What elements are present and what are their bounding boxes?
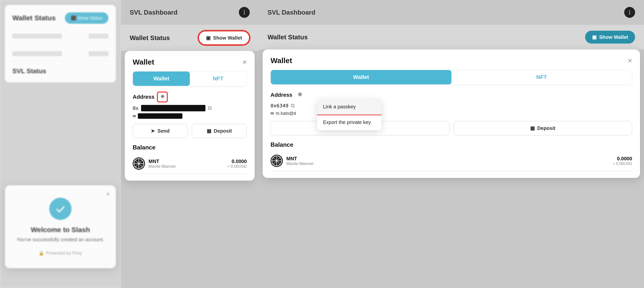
network-name-right: Mantle Mainnet — [286, 162, 313, 166]
tab-wallet-middle[interactable]: Wallet — [133, 72, 190, 86]
balance-amount-middle: 0.0000 — [227, 158, 247, 164]
wallet-tabs-right: Wallet NFT — [270, 70, 632, 84]
network-name-middle: Mantle Mainnet — [148, 164, 176, 169]
three-dots-menu-right[interactable] — [624, 7, 635, 18]
mnt-icon-right — [270, 155, 283, 167]
email-row-middle: ✉ — [133, 113, 247, 119]
privy-footer: 🔒 Protected by Privy — [15, 250, 106, 256]
address-prefix-middle: 0x — [133, 105, 138, 111]
balance-info-right: MNT Mantle Mainnet — [286, 156, 313, 166]
dashboard-header-middle: SVL Dashboard — [121, 0, 259, 25]
wallet-modal-close-middle[interactable]: × — [242, 58, 247, 66]
balance-usd-middle: = 0.00USD — [227, 164, 247, 169]
balance-title-right: Balance — [270, 141, 632, 148]
balance-item-middle: MNT Mantle Mainnet 0.0000 = 0.00USD — [133, 155, 247, 172]
send-button-middle[interactable]: ➤ Send — [133, 124, 188, 138]
svl-status-blur: SVL Status — [12, 67, 108, 75]
deposit-icon-right: ▦ — [530, 125, 535, 131]
token-name-right: MNT — [286, 156, 313, 162]
dropdown-item-link-passkey[interactable]: Link a passkey — [317, 99, 382, 114]
deposit-icon-middle: ▦ — [207, 128, 211, 134]
wallet-status-title-blur: Wallet Status — [12, 14, 56, 22]
balance-divider-right — [270, 171, 632, 172]
show-wallet-label-right: Show Wallet — [599, 34, 628, 40]
svg-point-9 — [629, 10, 630, 12]
middle-panel: SVL Dashboard Wallet Status ▣ Show Walle… — [121, 0, 259, 288]
send-label-middle: Send — [158, 128, 170, 134]
svg-point-11 — [629, 14, 630, 14]
email-redacted-middle — [138, 113, 182, 119]
link-passkey-label: Link a passkey — [323, 104, 356, 110]
svg-point-2 — [244, 14, 245, 14]
welcome-title: Welcome to Slash — [15, 226, 106, 234]
show-wallet-btn-blur: ⬛ Show Status — [65, 12, 108, 24]
left-panel: Wallet Status ⬛ Show Status SVL Status ×… — [0, 0, 121, 288]
wallet-status-bar-right: Wallet Status ▣ Show Wallet — [259, 25, 644, 50]
deposit-button-right[interactable]: ▦ Deposit — [454, 121, 632, 135]
email-icon-right: ✉ — [270, 111, 274, 116]
action-buttons-middle: ➤ Send ▦ Deposit — [133, 124, 247, 138]
welcome-modal: × Welcome to Slash You've successfully c… — [5, 185, 116, 268]
wallet-modal-header-right: Wallet × — [262, 50, 640, 70]
wallet-modal-right: Wallet × Wallet NFT Address 0x6349 ⧉ — [262, 50, 640, 178]
balance-divider-middle — [133, 174, 247, 174]
wallet-status-bar-middle: Wallet Status ▣ Show Wallet — [121, 25, 259, 51]
wallet-status-blurred: Wallet Status ⬛ Show Status SVL Status — [5, 5, 116, 82]
privy-icon: 🔒 — [38, 250, 44, 256]
address-prefix-right: 0x6349 — [270, 103, 288, 108]
balance-right-right: 0.0000 = 0.00USD — [612, 156, 632, 166]
tab-nft-right[interactable]: NFT — [452, 70, 632, 84]
wallet-modal-header-middle: Wallet × — [125, 51, 255, 71]
right-panel: SVL Dashboard Wallet Status ▣ Show Walle… — [259, 0, 644, 288]
deposit-button-middle[interactable]: ▦ Deposit — [192, 124, 247, 138]
deposit-label-middle: Deposit — [214, 128, 232, 134]
wallet-icon-middle: ▣ — [206, 35, 210, 41]
wallet-status-label-right: Wallet Status — [268, 34, 308, 41]
wallet-modal-close-right[interactable]: × — [628, 57, 632, 64]
dropdown-item-export-key[interactable]: Export the private key — [317, 114, 382, 130]
address-label-middle: Address — [133, 94, 154, 100]
show-wallet-button-right[interactable]: ▣ Show Wallet — [585, 31, 635, 44]
address-label-right: Address — [270, 92, 292, 98]
email-icon-middle: ✉ — [133, 114, 136, 118]
tab-wallet-right[interactable]: Wallet — [271, 70, 452, 84]
wallet-status-label-middle: Wallet Status — [130, 34, 170, 42]
send-icon-middle: ➤ — [151, 128, 155, 134]
wallet-tabs-middle: Wallet NFT — [133, 71, 247, 86]
balance-section-middle: Balance — [133, 144, 247, 174]
address-redacted-middle — [141, 105, 206, 111]
privy-label: Protected by Privy — [46, 251, 82, 256]
mnt-icon-middle — [133, 157, 145, 170]
svg-point-1 — [244, 12, 245, 13]
dashboard-title-middle: SVL Dashboard — [130, 9, 178, 16]
show-wallet-button-middle[interactable]: ▣ Show Wallet — [198, 31, 250, 45]
svg-point-0 — [244, 10, 245, 12]
balance-title-middle: Balance — [133, 144, 247, 151]
wallet-modal-title-right: Wallet — [270, 56, 292, 65]
svg-point-10 — [629, 12, 630, 13]
wallet-modal-middle: Wallet × Wallet NFT Address 0x ⧉ — [125, 51, 255, 180]
token-name-middle: MNT — [148, 158, 176, 164]
tab-nft-middle[interactable]: NFT — [190, 72, 247, 86]
dashboard-title-right: SVL Dashboard — [268, 9, 315, 16]
email-text-right: m.kato@d — [276, 111, 296, 116]
dashboard-header-right: SVL Dashboard — [259, 0, 644, 25]
wallet-icon-right: ▣ — [592, 34, 597, 40]
balance-right-middle: 0.0000 = 0.00USD — [227, 158, 247, 169]
balance-section-right: Balance — [270, 141, 632, 172]
balance-usd-right: = 0.00USD — [612, 162, 632, 166]
address-row-middle: 0x ⧉ — [133, 105, 247, 111]
gear-icon-button-middle[interactable] — [158, 92, 167, 102]
show-wallet-label-middle: Show Wallet — [213, 35, 242, 41]
export-key-label: Export the private key — [323, 120, 371, 125]
gear-dropdown-menu: Link a passkey Export the private key — [317, 99, 382, 130]
welcome-subtitle: You've successfully created an account. — [15, 237, 106, 242]
balance-item-right: MNT Mantle Mainnet 0.0000 = 0.00USD — [270, 152, 632, 170]
gear-icon-button-right[interactable] — [295, 90, 304, 100]
balance-info-middle: MNT Mantle Mainnet — [148, 158, 176, 169]
welcome-circle — [49, 198, 72, 220]
copy-icon-right[interactable]: ⧉ — [291, 102, 295, 109]
welcome-close-button[interactable]: × — [106, 190, 110, 198]
copy-icon-middle[interactable]: ⧉ — [208, 105, 212, 111]
three-dots-menu-middle[interactable] — [239, 7, 250, 18]
